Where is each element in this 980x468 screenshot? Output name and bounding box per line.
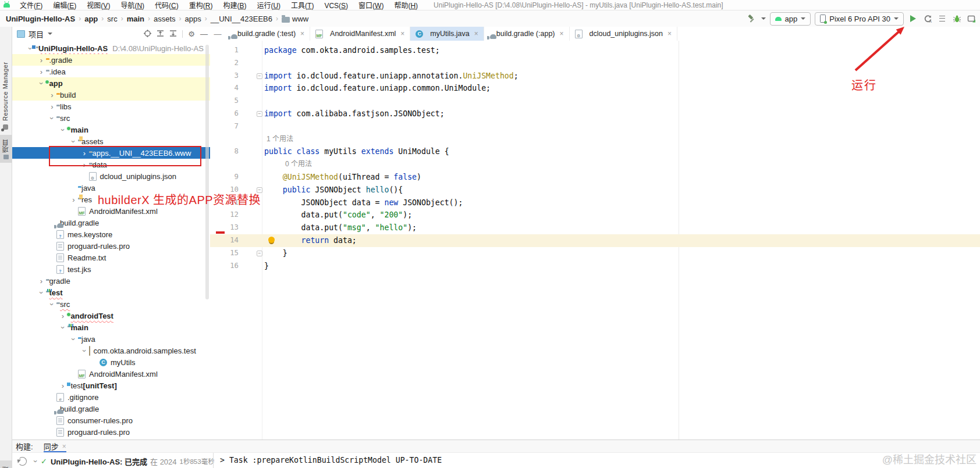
tree-row[interactable]: build.gradle bbox=[12, 217, 210, 228]
chevron-right-icon[interactable]: › bbox=[59, 312, 68, 320]
tree-row[interactable]: ⚙dcloud_uniplugins.json bbox=[12, 170, 210, 182]
tree-row[interactable]: ›libs bbox=[12, 101, 210, 112]
tree-row[interactable]: ›UniPlugin-Hello-ASD:\4.08\UniPlugin-Hel… bbox=[12, 42, 210, 54]
fold-column[interactable] bbox=[241, 222, 264, 234]
locate-file-icon[interactable] bbox=[144, 30, 151, 38]
build-console-output[interactable]: > Task :prepareKotlinBuildScriptModel UP… bbox=[220, 456, 442, 465]
editor-tab[interactable]: build.gradle (:app)× bbox=[484, 27, 570, 41]
breadcrumb-item[interactable]: UniPlugin-Hello-AS bbox=[6, 15, 75, 23]
fold-column[interactable]: − bbox=[241, 184, 264, 197]
tree-row[interactable]: java bbox=[12, 182, 210, 194]
code-text[interactable]: public JSONObject hello(){ bbox=[264, 184, 403, 197]
fold-column[interactable] bbox=[241, 260, 264, 273]
tab-options-icon[interactable]: — bbox=[210, 27, 225, 41]
chevron-down-icon[interactable]: › bbox=[70, 137, 77, 146]
line-number[interactable]: 4 bbox=[210, 82, 241, 95]
code-line[interactable]: 6−import com.alibaba.fastjson.JSONObject… bbox=[210, 108, 980, 120]
collapse-all-icon[interactable] bbox=[169, 30, 177, 38]
tree-row[interactable]: ›assets bbox=[12, 135, 210, 147]
fold-column[interactable] bbox=[241, 95, 264, 108]
menu-item[interactable]: 编辑(E) bbox=[48, 2, 81, 10]
fold-column[interactable] bbox=[241, 44, 264, 57]
editor-tab[interactable]: MFAndroidManifest.xml× bbox=[310, 27, 410, 41]
resource-manager-tab[interactable]: Resource Manager bbox=[2, 57, 9, 121]
code-line[interactable]: 2 bbox=[210, 57, 980, 70]
fold-icon[interactable]: − bbox=[257, 73, 262, 79]
code-line[interactable]: 1package com.okta.android.samples.test; bbox=[210, 44, 980, 57]
code-line[interactable]: 9 @UniJSMethod(uiThread = false) bbox=[210, 171, 980, 184]
code-text[interactable]: JSONObject data = new JSONObject(); bbox=[264, 197, 463, 209]
tree-row[interactable]: ›src bbox=[12, 112, 210, 124]
build-hammer-icon[interactable] bbox=[747, 13, 757, 24]
chevron-down-icon[interactable]: › bbox=[59, 126, 67, 134]
chevron-down-icon[interactable]: › bbox=[38, 288, 45, 297]
refresh-icon[interactable] bbox=[18, 457, 27, 466]
fold-column[interactable]: − bbox=[241, 247, 264, 260]
tree-row[interactable]: MFAndroidManifest.xml bbox=[12, 205, 210, 217]
line-number[interactable]: 3 bbox=[210, 70, 241, 83]
line-number[interactable]: 14 bbox=[210, 234, 241, 247]
code-text[interactable]: import io.dcloud.feature.uniapp.common.U… bbox=[264, 82, 491, 95]
menu-item[interactable]: 视图(V) bbox=[81, 2, 115, 10]
close-icon[interactable]: × bbox=[400, 30, 404, 38]
tree-row[interactable]: CmyUtils bbox=[12, 356, 210, 368]
fold-column[interactable] bbox=[241, 171, 264, 184]
tree-row[interactable]: build.gradle bbox=[12, 403, 210, 415]
chevron-down-icon[interactable]: › bbox=[32, 457, 40, 465]
code-line[interactable]: 15− } bbox=[210, 247, 980, 260]
build-menu-caret-icon[interactable] bbox=[761, 17, 766, 20]
menu-item[interactable]: 重构(R) bbox=[184, 2, 218, 10]
tree-row[interactable]: ›main bbox=[12, 124, 210, 135]
inlay-hint-row[interactable]: 1 个用法 bbox=[210, 133, 980, 146]
code-line[interactable]: 7 bbox=[210, 120, 980, 133]
tree-row[interactable]: MFAndroidManifest.xml bbox=[12, 368, 210, 380]
tree-row-selected[interactable]: ›apps.__UNI__423EEB6.www bbox=[12, 147, 210, 159]
tree-row[interactable]: ›java bbox=[12, 333, 210, 345]
usage-inlay-hint[interactable]: 0 个用法 bbox=[264, 158, 312, 171]
chevron-down-icon[interactable]: › bbox=[81, 346, 88, 355]
chevron-right-icon[interactable]: › bbox=[37, 56, 46, 64]
tree-row[interactable]: ›res bbox=[12, 194, 210, 205]
code-line[interactable]: 16} bbox=[210, 260, 980, 273]
code-line[interactable]: 3−import io.dcloud.feature.uniapp.annota… bbox=[210, 70, 980, 83]
breadcrumb-item[interactable]: __UNI__423EEB6 bbox=[211, 15, 272, 23]
breadcrumb-item[interactable]: www bbox=[292, 15, 308, 23]
inlay-hint-row[interactable]: 0 个用法 bbox=[210, 158, 980, 171]
tree-row[interactable]: ?mes.keystore bbox=[12, 228, 210, 240]
menu-item[interactable]: 窗口(W) bbox=[353, 2, 389, 10]
tree-row[interactable]: ›test [unitTest] bbox=[12, 380, 210, 391]
project-tool-window-tab[interactable]: 项目 bbox=[0, 135, 12, 163]
breadcrumb-item[interactable]: apps bbox=[185, 15, 201, 23]
code-line[interactable]: 12 data.put("code", "200"); bbox=[210, 209, 980, 222]
chevron-right-icon[interactable]: › bbox=[37, 68, 46, 76]
code-text[interactable]: import io.dcloud.feature.uniapp.annotati… bbox=[264, 70, 519, 83]
tree-row[interactable]: ›.idea bbox=[12, 66, 210, 77]
tree-row[interactable]: Readme.txt bbox=[12, 252, 210, 263]
chevron-right-icon[interactable]: › bbox=[48, 103, 56, 110]
code-line[interactable]: 13 data.put("msg", "hello"); bbox=[210, 222, 980, 234]
line-number[interactable]: 13 bbox=[210, 222, 241, 234]
code-text[interactable]: @UniJSMethod(uiThread = false) bbox=[264, 171, 421, 184]
menu-item[interactable]: 运行(U) bbox=[251, 2, 286, 10]
tree-row[interactable]: ?test.jks bbox=[12, 263, 210, 275]
code-editor[interactable]: 1package com.okta.android.samples.test;2… bbox=[210, 41, 980, 440]
tree-row[interactable]: proguard-rules.pro bbox=[12, 240, 210, 252]
code-line[interactable]: 11 JSONObject data = new JSONObject(); bbox=[210, 197, 980, 209]
code-text[interactable]: public class myUtils extends UniModule { bbox=[264, 145, 449, 158]
project-panel-scrollbar[interactable] bbox=[205, 45, 209, 299]
editor-tab[interactable]: ⚙dcloud_uniplugins.json× bbox=[570, 27, 678, 41]
run-button[interactable] bbox=[908, 13, 918, 24]
line-number[interactable]: 2 bbox=[210, 57, 241, 70]
code-line[interactable]: 4import io.dcloud.feature.uniapp.common.… bbox=[210, 82, 980, 95]
code-line[interactable]: 14 return data; bbox=[210, 234, 980, 247]
chevron-down-icon[interactable]: › bbox=[48, 114, 56, 123]
code-text[interactable]: package com.okta.android.samples.test; bbox=[264, 44, 440, 57]
tree-row[interactable]: ›src bbox=[12, 298, 210, 310]
tree-row[interactable]: ›build bbox=[12, 89, 210, 101]
sync-tab[interactable]: 同步 × bbox=[44, 440, 66, 452]
tree-row[interactable]: ›androidTest bbox=[12, 310, 210, 321]
close-icon[interactable]: × bbox=[667, 30, 672, 38]
apply-changes-restart-icon[interactable]: A bbox=[922, 13, 933, 24]
apply-code-changes-icon[interactable] bbox=[937, 13, 947, 24]
line-number[interactable]: 9 bbox=[210, 171, 241, 184]
